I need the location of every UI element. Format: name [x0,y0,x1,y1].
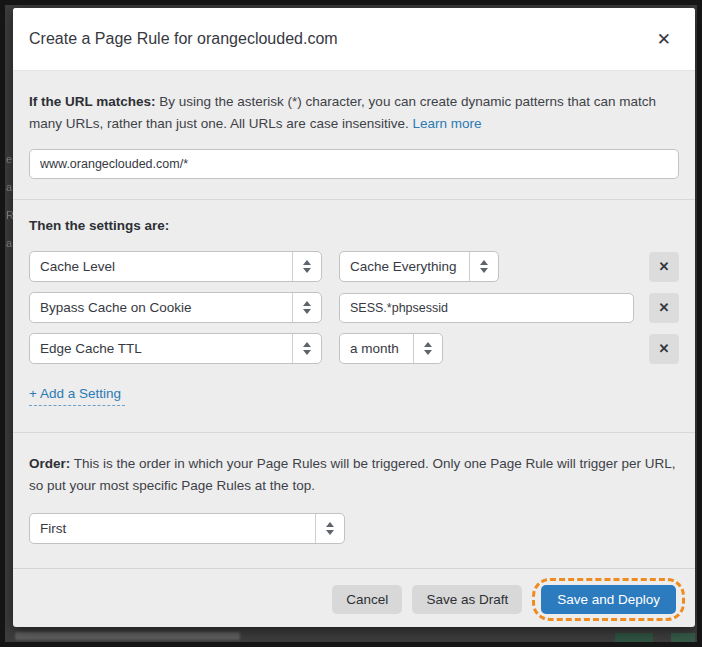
url-match-section: If the URL matches: By using the asteris… [13,71,695,199]
order-section: Order: This is the order in which your P… [13,432,695,568]
select-arrows-icon [469,252,498,281]
select-arrows-icon [292,293,321,322]
setting-row: Cache Level Cache Everything ✕ [29,251,679,282]
remove-setting-button[interactable]: ✕ [649,293,679,323]
annotation-highlight-circle: Save and Deploy [532,578,685,621]
setting-value-select[interactable]: a month [339,333,443,364]
setting-row: Bypass Cache on Cookie ✕ [29,292,679,323]
setting-select[interactable]: Edge Cache TTL [29,333,322,364]
page-title: Create a Page Rule for orangeclouded.com [29,30,338,48]
x-icon: ✕ [659,300,670,315]
x-icon: ✕ [659,341,670,356]
remove-setting-button[interactable]: ✕ [649,252,679,282]
settings-heading: Then the settings are: [29,218,679,233]
screenshot-frame: e a R a Create a Page Rule for orangeclo… [0,0,702,647]
add-setting-link[interactable]: + Add a Setting [29,386,125,406]
setting-select[interactable]: Bypass Cache on Cookie [29,292,322,323]
background-widget [671,633,695,642]
url-match-label: If the URL matches: [29,94,156,109]
learn-more-link[interactable]: Learn more [412,116,481,131]
select-arrows-icon [292,334,321,363]
setting-value-select[interactable]: Cache Everything [339,251,499,282]
background-widget [615,633,653,642]
order-description: Order: This is the order in which your P… [29,453,679,497]
settings-section: Then the settings are: Cache Level Cache… [13,199,695,432]
select-arrows-icon [315,514,344,543]
save-as-draft-button[interactable]: Save as Draft [412,585,522,614]
cancel-button[interactable]: Cancel [332,585,402,614]
setting-value-input[interactable] [339,293,634,323]
remove-setting-button[interactable]: ✕ [649,334,679,364]
order-label: Order: [29,456,70,471]
save-and-deploy-button[interactable]: Save and Deploy [541,585,676,614]
close-icon: ✕ [657,30,671,49]
setting-row: Edge Cache TTL a month ✕ [29,333,679,364]
modal-header: Create a Page Rule for orangeclouded.com… [13,8,695,71]
select-arrows-icon [413,334,442,363]
x-icon: ✕ [659,259,670,274]
select-arrows-icon [292,252,321,281]
order-select[interactable]: First [29,513,345,544]
create-page-rule-modal: Create a Page Rule for orangeclouded.com… [13,8,695,627]
modal-footer: Cancel Save as Draft Save and Deploy [13,568,695,627]
setting-select[interactable]: Cache Level [29,251,322,282]
modal-body: If the URL matches: By using the asteris… [13,71,695,568]
url-match-description: If the URL matches: By using the asteris… [29,91,679,135]
browser-statusbar-url-hint [15,632,240,640]
close-button[interactable]: ✕ [653,27,675,52]
url-pattern-input[interactable] [29,149,679,179]
dimmed-page-backdrop: e a R a Create a Page Rule for orangeclo… [5,5,697,642]
